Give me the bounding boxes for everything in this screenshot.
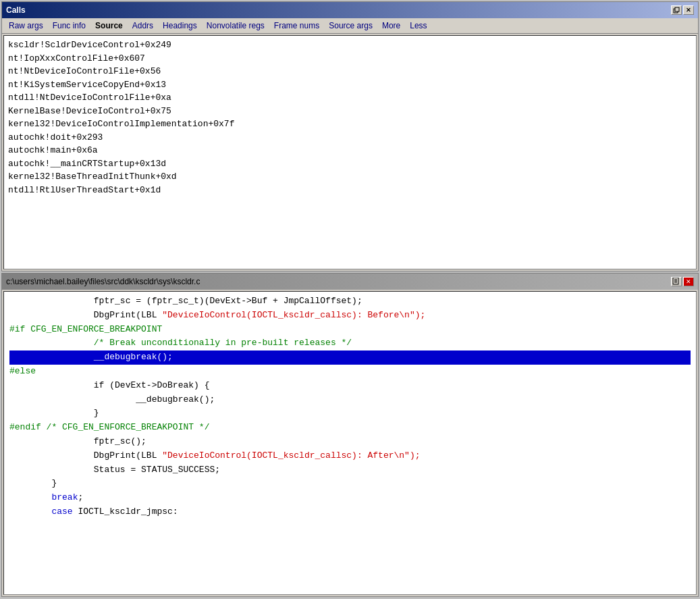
code-line: if (DevExt->DoBreak) { [9,379,691,393]
code-line: #if CFG_EN_ENFORCE_BREAKPOINT [9,323,691,337]
calls-titlebar: Calls ✕ [2,2,698,18]
code-line: break; [9,491,691,505]
code-line: /* Break unconditionally in pre-built re… [9,336,691,350]
code-line: case IOCTL_kscldr_jmpsc: [9,505,691,519]
source-close-button[interactable]: ✕ [683,277,694,286]
call-stack: kscldr!ScldrDeviceControl+0x249 nt!IopXx… [8,38,692,197]
code-line: fptr_sc(); [9,435,691,449]
source-panel: c:\users\michael.bailey\files\src\ddk\ks… [1,273,699,597]
addrs-button[interactable]: Addrs [128,20,157,32]
source-titlebar-buttons: ✕ [671,277,694,286]
close-button[interactable]: ✕ [683,5,694,15]
frame-nums-button[interactable]: Frame nums [270,20,323,32]
calls-title: Calls [6,5,26,15]
raw-args-button[interactable]: Raw args [5,20,47,32]
svg-rect-1 [675,7,679,11]
calls-content[interactable]: kscldr!ScldrDeviceControl+0x249 nt!IopXx… [3,35,697,269]
source-path: c:\users\michael.bailey\files\src\ddk\ks… [6,277,200,286]
restore-button[interactable] [671,5,682,15]
source-content[interactable]: fptr_sc = (fptr_sc_t)(DevExt->Buf + JmpC… [3,291,697,595]
code-line: } [9,477,691,491]
code-line: DbgPrint(LBL "DeviceIoControl(IOCTL_kscl… [9,309,691,323]
more-button[interactable]: More [378,20,404,32]
source-button[interactable]: Source [91,20,127,32]
code-line: #endif /* CFG_EN_ENFORCE_BREAKPOINT */ [9,421,691,435]
code-line: DbgPrint(LBL "DeviceIoControl(IOCTL_kscl… [9,449,691,463]
func-info-button[interactable]: Func info [49,20,90,32]
code-line: __debugbreak(); [9,393,691,407]
code-line: #else [9,365,691,379]
calls-toolbar: Raw args Func info Source Addrs Headings… [2,18,698,34]
code-line: fptr_sc = (fptr_sc_t)(DevExt->Buf + JmpC… [9,294,691,309]
code-line: __debugbreak(); [9,350,691,365]
nonvolatile-regs-button[interactable]: Nonvolatile regs [203,20,269,32]
source-document-button[interactable] [671,277,682,286]
calls-panel: Calls ✕ Raw args Func info Source Addrs … [1,1,699,271]
less-button[interactable]: Less [406,20,431,32]
headings-button[interactable]: Headings [159,20,201,32]
source-titlebar: c:\users\michael.bailey\files\src\ddk\ks… [2,274,698,290]
code-line: Status = STATUS_SUCCESS; [9,463,691,477]
code-line: } [9,407,691,421]
source-args-button[interactable]: Source args [325,20,377,32]
titlebar-buttons: ✕ [671,5,694,15]
